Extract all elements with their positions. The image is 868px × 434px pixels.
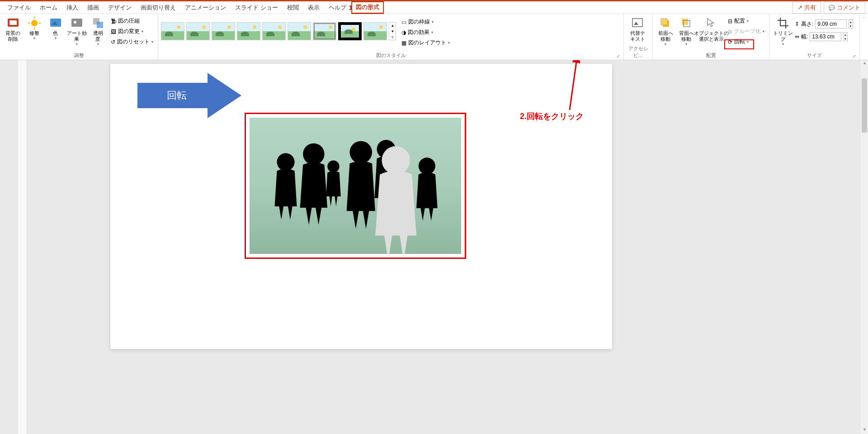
tab-picture-format[interactable]: 図の形式 <box>351 1 384 14</box>
image-content <box>250 118 461 254</box>
reset-icon: ↺ <box>111 39 115 45</box>
picture-border-button[interactable]: ▭図の枠線▾ <box>400 17 452 27</box>
effects-icon: ◑ <box>401 29 406 36</box>
height-input[interactable] <box>815 19 847 29</box>
size-launcher[interactable]: ⤢ <box>852 54 856 59</box>
selection-pane-button[interactable]: オブジェクトの 選択と表示 <box>697 15 725 42</box>
compress-picture-button[interactable]: 🗜図の圧縮 <box>109 16 155 26</box>
style-thumb-5[interactable] <box>262 22 286 40</box>
svg-rect-9 <box>71 19 82 27</box>
style-thumb-1[interactable] <box>161 22 184 40</box>
width-input[interactable] <box>810 32 841 41</box>
transparency-button[interactable]: 透明 度▾ <box>88 15 108 46</box>
tab-transitions[interactable]: 画面切り替え <box>136 2 180 14</box>
tab-help[interactable]: ヘルプ <box>324 2 351 14</box>
selected-image[interactable] <box>245 113 466 259</box>
selection-icon <box>705 17 717 29</box>
tab-animations[interactable]: アニメーション <box>180 2 231 14</box>
style-thumb-8[interactable] <box>338 22 362 40</box>
crop-icon <box>777 17 789 29</box>
svg-point-21 <box>303 143 324 165</box>
tab-review[interactable]: 校閲 <box>283 2 303 14</box>
group-label-adjust: 調整 <box>3 51 155 60</box>
remove-background-button[interactable]: 背景の 削除 <box>3 15 23 42</box>
height-icon: ⇕ <box>795 21 799 27</box>
style-thumb-4[interactable] <box>237 22 260 40</box>
scroll-thumb[interactable] <box>862 78 867 133</box>
corrections-button[interactable]: 修整▾ <box>24 15 44 40</box>
layout-icon: ▦ <box>401 40 406 46</box>
slide[interactable]: 回転 <box>110 64 612 349</box>
alt-text-icon <box>631 17 644 29</box>
bring-forward-button[interactable]: 前面へ 移動▾ <box>656 15 675 46</box>
group-button[interactable]: ⧉グループ化▾ <box>726 26 766 37</box>
picture-effects-button[interactable]: ◑図の効果▾ <box>400 27 452 38</box>
tab-design[interactable]: デザイン <box>104 2 136 14</box>
comment-icon <box>829 4 835 11</box>
style-thumb-6[interactable] <box>288 22 311 40</box>
ribbon: 背景の 削除 修整▾ 色▾ アート効果▾ 透明 度▾ 🗜図の圧縮 🖼図の変更▾ <box>0 14 868 60</box>
group-label-arrange: 配置 <box>656 51 766 60</box>
style-thumb-7[interactable] <box>313 22 336 40</box>
style-thumb-2[interactable] <box>186 22 210 40</box>
svg-point-26 <box>419 157 435 174</box>
svg-rect-16 <box>661 19 667 25</box>
tab-home[interactable]: ホーム <box>35 2 62 14</box>
scroll-up-arrow[interactable]: ▴ <box>861 60 868 67</box>
border-icon: ▭ <box>401 19 406 25</box>
svg-point-23 <box>349 141 372 164</box>
width-label: 幅: <box>801 33 808 41</box>
arrow-shape[interactable] <box>137 73 241 120</box>
annotation-rotate-highlight <box>724 39 754 49</box>
svg-marker-14 <box>634 22 638 25</box>
width-spinner[interactable]: ▴▾ <box>843 32 848 41</box>
send-backward-button[interactable]: 背面へ 移動▾ <box>676 15 696 46</box>
group-icon: ⧉ <box>728 29 732 35</box>
change-picture-icon: 🖼 <box>111 29 116 35</box>
group-label-styles: 図のスタイル⤢ <box>161 51 621 60</box>
styles-launcher[interactable]: ⤢ <box>616 54 620 59</box>
ribbon-collapse-button[interactable]: ˆ <box>863 17 865 22</box>
svg-rect-17 <box>682 19 688 25</box>
height-label: 高さ: <box>801 20 813 28</box>
sun-icon <box>28 17 41 29</box>
comment-button[interactable]: コメント <box>824 2 865 14</box>
picture-styles-gallery[interactable]: ▴▾▿ <box>161 15 396 40</box>
remove-bg-icon <box>7 17 19 29</box>
svg-rect-1 <box>9 20 17 25</box>
gallery-more-button[interactable]: ▴▾▿ <box>389 22 396 40</box>
style-thumb-9[interactable] <box>363 22 387 40</box>
vertical-scrollbar[interactable]: ▴ ▾ <box>861 60 868 434</box>
change-picture-button[interactable]: 🖼図の変更▾ <box>109 26 155 37</box>
style-thumb-3[interactable] <box>212 22 235 40</box>
bring-forward-icon <box>659 17 672 29</box>
tab-draw[interactable]: 描画 <box>83 2 104 14</box>
height-spinner[interactable]: ▴▾ <box>849 19 853 29</box>
artistic-effects-button[interactable]: アート効果▾ <box>66 15 87 46</box>
width-icon: ⇔ <box>795 33 799 40</box>
share-button[interactable]: 共有 <box>793 2 821 14</box>
picture-color-icon <box>49 17 62 29</box>
svg-point-22 <box>327 161 339 172</box>
canvas-area[interactable]: 回転 <box>0 60 868 434</box>
scroll-down-arrow[interactable]: ▾ <box>861 427 868 434</box>
svg-point-20 <box>277 153 294 171</box>
group-label-access: アクセシビ… <box>627 44 650 60</box>
align-icon: ⊟ <box>728 18 732 24</box>
send-backward-icon <box>680 17 693 29</box>
color-button[interactable]: 色▾ <box>45 15 66 40</box>
svg-point-10 <box>74 21 76 24</box>
artistic-icon <box>71 17 83 29</box>
reset-picture-button[interactable]: ↺図のリセット▾ <box>109 37 155 47</box>
picture-layout-button[interactable]: ▦図のレイアウト▾ <box>400 38 452 48</box>
tab-view[interactable]: 表示 <box>303 2 324 14</box>
compress-icon: 🗜 <box>111 18 116 24</box>
align-button[interactable]: ⊟配置▾ <box>726 16 766 26</box>
tab-slideshow[interactable]: スライド ショー <box>231 2 283 14</box>
tab-file[interactable]: ファイル <box>3 2 35 14</box>
tab-insert[interactable]: 挿入 <box>62 2 83 14</box>
svg-rect-13 <box>632 19 642 27</box>
alt-text-button[interactable]: 代替テ キスト <box>627 15 648 42</box>
vertical-guide <box>18 60 27 434</box>
crop-button[interactable]: トリミング▾ <box>772 15 794 46</box>
